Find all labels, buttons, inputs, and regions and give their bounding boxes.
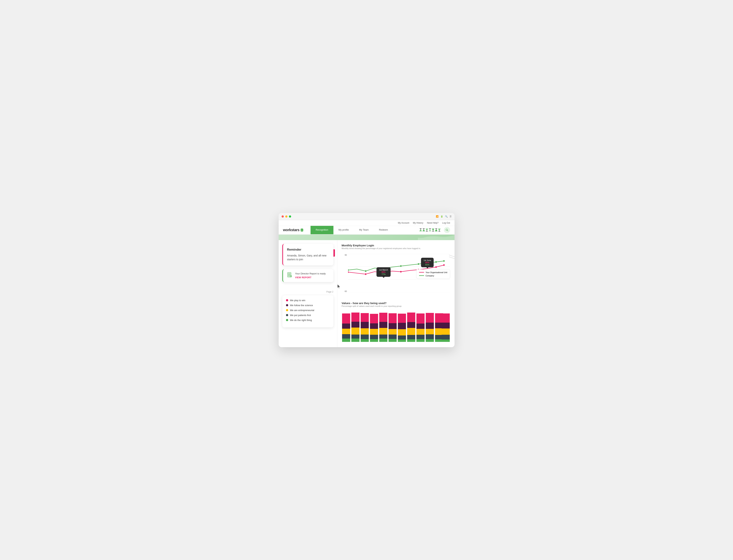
app-container: My Account My History Need Help? Log Out…: [279, 220, 454, 347]
svg-rect-67: [407, 339, 415, 342]
svg-rect-61: [398, 335, 406, 339]
header-decoration: [419, 227, 450, 233]
tab-redeem[interactable]: Redeem: [374, 226, 393, 234]
svg-rect-49: [379, 322, 387, 328]
svg-rect-47: [370, 339, 378, 342]
report-icon: [287, 272, 293, 279]
legend-label-company: Company: [425, 275, 434, 277]
tri-7: [438, 229, 440, 231]
line-chart-legend: Your Organisational Unit Company: [416, 269, 450, 279]
value-dot-1: [286, 299, 288, 301]
svg-rect-76: [425, 334, 434, 339]
svg-rect-62: [398, 339, 406, 342]
tab-recognition[interactable]: Recognition: [311, 226, 334, 234]
legend-label-org: Your Organisational Unit: [425, 271, 447, 273]
tab-my-profile[interactable]: My profile: [334, 226, 354, 234]
svg-rect-69: [416, 324, 424, 329]
cursor-decoration-wrapper: [282, 284, 334, 290]
svg-rect-84: [441, 323, 449, 328]
svg-point-14: [348, 269, 349, 271]
svg-rect-44: [370, 323, 378, 329]
svg-rect-50: [379, 328, 387, 335]
svg-rect-58: [398, 314, 406, 323]
svg-rect-86: [441, 335, 449, 339]
svg-rect-38: [361, 313, 368, 322]
browser-dot-yellow[interactable]: [285, 215, 288, 218]
svg-rect-41: [361, 335, 368, 339]
value-dot-4: [286, 314, 288, 316]
header-search-button[interactable]: [444, 227, 450, 233]
banner-decoration: [279, 235, 454, 240]
svg-rect-63: [407, 313, 415, 322]
svg-rect-66: [407, 335, 415, 339]
search-icon: [445, 229, 448, 232]
svg-rect-42: [361, 339, 368, 342]
value-label-5: We do the right thing: [290, 319, 312, 322]
value-label-1: We play to win: [290, 299, 306, 302]
value-dot-5: [286, 319, 288, 321]
right-panel: Monthly Employee Login Monthly trend sho…: [337, 240, 454, 347]
bar-chart-wrapper: [342, 310, 450, 344]
svg-rect-45: [370, 329, 378, 335]
svg-rect-32: [342, 339, 350, 342]
view-report-link[interactable]: VIEW REPORT: [295, 276, 312, 279]
logo-text: workstars: [283, 228, 300, 232]
svg-point-27: [443, 264, 445, 266]
browser-titlebar: 📶 🔋 🔍 ☰: [279, 213, 454, 220]
svg-point-15: [365, 270, 366, 272]
tab-my-team[interactable]: My Team: [354, 226, 374, 234]
svg-rect-72: [416, 339, 424, 342]
line-chart-section: Monthly Employee Login Monthly trend sho…: [342, 244, 450, 296]
value-item-3: We are entrepreneurial: [286, 309, 330, 312]
top-nav: My Account My History Need Help? Log Out: [279, 220, 454, 226]
svg-rect-53: [388, 313, 396, 323]
chart-svg-wrapper: 1st March 80% 77% 1st June 85%: [348, 254, 450, 292]
bar-chart-title: Values - how are they being used?: [342, 302, 450, 305]
value-item-1: We play to win: [286, 299, 330, 302]
menu-icon[interactable]: ☰: [449, 215, 451, 218]
svg-line-1: [447, 230, 448, 231]
search-icon-top[interactable]: 🔍: [445, 215, 448, 218]
banner-waves-svg: [418, 235, 454, 240]
need-help-link[interactable]: Need Help?: [427, 222, 438, 224]
reminder-accent: [334, 249, 335, 257]
callout-june-pink: 85%: [423, 261, 431, 264]
legend-line-green: [419, 275, 424, 276]
reminder-card: Reminder Amanda, Simon, Gary, and all ne…: [282, 244, 334, 265]
svg-rect-77: [425, 339, 434, 342]
svg-rect-36: [351, 335, 359, 339]
browser-dot-red[interactable]: [282, 215, 284, 218]
values-card: We play to win We follow the science We …: [282, 295, 334, 327]
my-history-link[interactable]: My History: [413, 222, 423, 224]
callout-june-green: 81%: [423, 264, 431, 266]
legend-line-pink: [419, 272, 424, 273]
svg-point-24: [400, 271, 401, 272]
browser-dot-green[interactable]: [289, 215, 291, 218]
svg-point-21: [348, 271, 349, 273]
svg-rect-70: [416, 329, 424, 335]
document-icon: [287, 272, 293, 278]
line-chart: 90 60: [342, 252, 450, 296]
callout-march-green: 77%: [379, 273, 388, 275]
y-label-90: 90: [345, 254, 347, 256]
log-out-link[interactable]: Log Out: [442, 222, 450, 224]
value-dot-3: [286, 309, 288, 311]
main-content: Reminder Amanda, Simon, Gary, and all ne…: [279, 240, 454, 347]
svg-rect-57: [388, 339, 396, 342]
left-panel: Reminder Amanda, Simon, Gary, and all ne…: [279, 240, 337, 347]
svg-rect-31: [342, 334, 350, 339]
my-account-link[interactable]: My Account: [398, 222, 409, 224]
reminder-text: Amanda, Simon, Gary, and all new starter…: [287, 254, 330, 261]
header-nav: workstars ≡ Recognition My profile My Te…: [279, 226, 454, 235]
value-item-4: We put patients first: [286, 314, 330, 317]
line-chart-subtitle: Monthly trend showing the percentage of …: [342, 247, 450, 249]
svg-point-18: [418, 263, 419, 265]
line-chart-title: Monthly Employee Login: [342, 244, 450, 247]
report-card: Your Director Report is ready VIEW REPOR…: [282, 269, 334, 282]
legend-item-company: Company: [419, 275, 447, 277]
logo: workstars ≡: [283, 226, 303, 234]
logo-icon: ≡: [301, 229, 303, 232]
value-label-2: We follow the science: [290, 304, 313, 307]
svg-point-19: [435, 261, 437, 263]
report-content: Your Director Report is ready VIEW REPOR…: [295, 272, 326, 279]
